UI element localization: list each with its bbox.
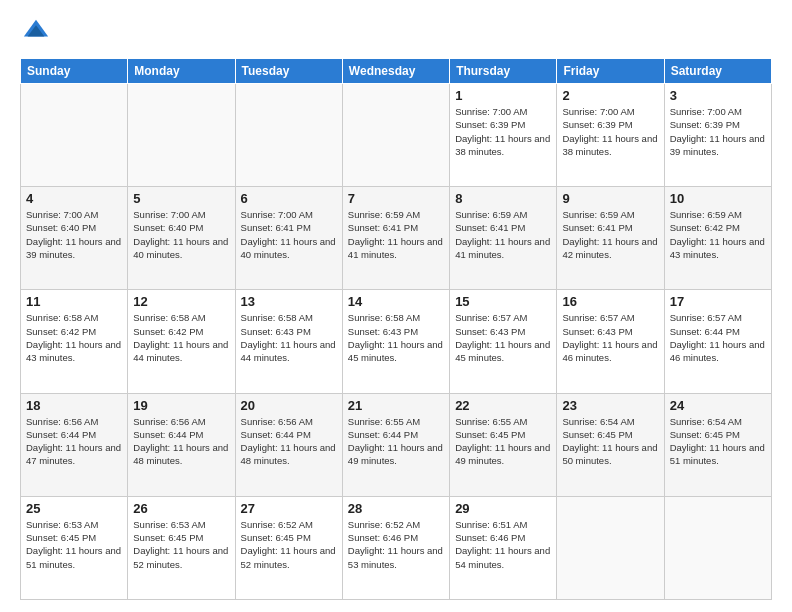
day-number: 28	[348, 501, 444, 516]
day-number: 11	[26, 294, 122, 309]
day-info: Sunrise: 6:53 AM Sunset: 6:45 PM Dayligh…	[26, 518, 122, 571]
calendar-cell: 3Sunrise: 7:00 AM Sunset: 6:39 PM Daylig…	[664, 84, 771, 187]
day-info: Sunrise: 6:55 AM Sunset: 6:45 PM Dayligh…	[455, 415, 551, 468]
day-info: Sunrise: 7:00 AM Sunset: 6:39 PM Dayligh…	[670, 105, 766, 158]
week-row-4: 18Sunrise: 6:56 AM Sunset: 6:44 PM Dayli…	[21, 393, 772, 496]
day-info: Sunrise: 6:59 AM Sunset: 6:42 PM Dayligh…	[670, 208, 766, 261]
day-info: Sunrise: 7:00 AM Sunset: 6:41 PM Dayligh…	[241, 208, 337, 261]
day-info: Sunrise: 6:52 AM Sunset: 6:45 PM Dayligh…	[241, 518, 337, 571]
day-info: Sunrise: 6:56 AM Sunset: 6:44 PM Dayligh…	[241, 415, 337, 468]
day-info: Sunrise: 6:56 AM Sunset: 6:44 PM Dayligh…	[26, 415, 122, 468]
calendar-cell: 13Sunrise: 6:58 AM Sunset: 6:43 PM Dayli…	[235, 290, 342, 393]
col-sunday: Sunday	[21, 59, 128, 84]
day-info: Sunrise: 6:53 AM Sunset: 6:45 PM Dayligh…	[133, 518, 229, 571]
calendar-cell: 26Sunrise: 6:53 AM Sunset: 6:45 PM Dayli…	[128, 496, 235, 599]
col-saturday: Saturday	[664, 59, 771, 84]
day-number: 14	[348, 294, 444, 309]
calendar-cell: 15Sunrise: 6:57 AM Sunset: 6:43 PM Dayli…	[450, 290, 557, 393]
day-info: Sunrise: 6:56 AM Sunset: 6:44 PM Dayligh…	[133, 415, 229, 468]
page: Sunday Monday Tuesday Wednesday Thursday…	[0, 0, 792, 612]
day-info: Sunrise: 6:55 AM Sunset: 6:44 PM Dayligh…	[348, 415, 444, 468]
day-number: 10	[670, 191, 766, 206]
col-friday: Friday	[557, 59, 664, 84]
calendar-cell: 8Sunrise: 6:59 AM Sunset: 6:41 PM Daylig…	[450, 187, 557, 290]
logo	[20, 16, 52, 48]
day-number: 18	[26, 398, 122, 413]
calendar-cell: 21Sunrise: 6:55 AM Sunset: 6:44 PM Dayli…	[342, 393, 449, 496]
day-number: 21	[348, 398, 444, 413]
day-number: 24	[670, 398, 766, 413]
day-number: 29	[455, 501, 551, 516]
day-number: 3	[670, 88, 766, 103]
day-info: Sunrise: 6:58 AM Sunset: 6:43 PM Dayligh…	[348, 311, 444, 364]
calendar-cell: 19Sunrise: 6:56 AM Sunset: 6:44 PM Dayli…	[128, 393, 235, 496]
day-number: 9	[562, 191, 658, 206]
day-info: Sunrise: 7:00 AM Sunset: 6:39 PM Dayligh…	[562, 105, 658, 158]
day-number: 22	[455, 398, 551, 413]
calendar-cell: 10Sunrise: 6:59 AM Sunset: 6:42 PM Dayli…	[664, 187, 771, 290]
calendar-cell: 2Sunrise: 7:00 AM Sunset: 6:39 PM Daylig…	[557, 84, 664, 187]
calendar-cell: 25Sunrise: 6:53 AM Sunset: 6:45 PM Dayli…	[21, 496, 128, 599]
day-info: Sunrise: 6:54 AM Sunset: 6:45 PM Dayligh…	[562, 415, 658, 468]
col-monday: Monday	[128, 59, 235, 84]
day-number: 5	[133, 191, 229, 206]
day-number: 16	[562, 294, 658, 309]
day-info: Sunrise: 7:00 AM Sunset: 6:39 PM Dayligh…	[455, 105, 551, 158]
calendar-cell: 27Sunrise: 6:52 AM Sunset: 6:45 PM Dayli…	[235, 496, 342, 599]
calendar-cell	[21, 84, 128, 187]
calendar-cell: 12Sunrise: 6:58 AM Sunset: 6:42 PM Dayli…	[128, 290, 235, 393]
col-tuesday: Tuesday	[235, 59, 342, 84]
header	[20, 16, 772, 48]
day-number: 15	[455, 294, 551, 309]
calendar-cell: 6Sunrise: 7:00 AM Sunset: 6:41 PM Daylig…	[235, 187, 342, 290]
day-number: 6	[241, 191, 337, 206]
day-info: Sunrise: 6:57 AM Sunset: 6:43 PM Dayligh…	[455, 311, 551, 364]
calendar-table: Sunday Monday Tuesday Wednesday Thursday…	[20, 58, 772, 600]
day-info: Sunrise: 6:52 AM Sunset: 6:46 PM Dayligh…	[348, 518, 444, 571]
calendar-cell: 14Sunrise: 6:58 AM Sunset: 6:43 PM Dayli…	[342, 290, 449, 393]
calendar-cell: 22Sunrise: 6:55 AM Sunset: 6:45 PM Dayli…	[450, 393, 557, 496]
calendar-cell: 4Sunrise: 7:00 AM Sunset: 6:40 PM Daylig…	[21, 187, 128, 290]
header-row: Sunday Monday Tuesday Wednesday Thursday…	[21, 59, 772, 84]
week-row-5: 25Sunrise: 6:53 AM Sunset: 6:45 PM Dayli…	[21, 496, 772, 599]
calendar-cell: 11Sunrise: 6:58 AM Sunset: 6:42 PM Dayli…	[21, 290, 128, 393]
day-number: 8	[455, 191, 551, 206]
calendar-cell	[235, 84, 342, 187]
calendar-cell: 1Sunrise: 7:00 AM Sunset: 6:39 PM Daylig…	[450, 84, 557, 187]
day-number: 2	[562, 88, 658, 103]
day-info: Sunrise: 7:00 AM Sunset: 6:40 PM Dayligh…	[26, 208, 122, 261]
calendar-cell: 9Sunrise: 6:59 AM Sunset: 6:41 PM Daylig…	[557, 187, 664, 290]
day-number: 1	[455, 88, 551, 103]
day-number: 19	[133, 398, 229, 413]
calendar-cell: 29Sunrise: 6:51 AM Sunset: 6:46 PM Dayli…	[450, 496, 557, 599]
calendar-cell: 28Sunrise: 6:52 AM Sunset: 6:46 PM Dayli…	[342, 496, 449, 599]
col-wednesday: Wednesday	[342, 59, 449, 84]
day-number: 23	[562, 398, 658, 413]
day-number: 26	[133, 501, 229, 516]
calendar-cell: 16Sunrise: 6:57 AM Sunset: 6:43 PM Dayli…	[557, 290, 664, 393]
calendar-cell: 17Sunrise: 6:57 AM Sunset: 6:44 PM Dayli…	[664, 290, 771, 393]
day-number: 12	[133, 294, 229, 309]
calendar-cell	[557, 496, 664, 599]
day-info: Sunrise: 6:54 AM Sunset: 6:45 PM Dayligh…	[670, 415, 766, 468]
logo-icon	[22, 16, 50, 44]
day-number: 27	[241, 501, 337, 516]
day-number: 17	[670, 294, 766, 309]
week-row-1: 1Sunrise: 7:00 AM Sunset: 6:39 PM Daylig…	[21, 84, 772, 187]
calendar-cell: 7Sunrise: 6:59 AM Sunset: 6:41 PM Daylig…	[342, 187, 449, 290]
day-info: Sunrise: 6:58 AM Sunset: 6:43 PM Dayligh…	[241, 311, 337, 364]
day-number: 7	[348, 191, 444, 206]
day-number: 4	[26, 191, 122, 206]
day-info: Sunrise: 6:59 AM Sunset: 6:41 PM Dayligh…	[455, 208, 551, 261]
day-info: Sunrise: 6:59 AM Sunset: 6:41 PM Dayligh…	[348, 208, 444, 261]
day-info: Sunrise: 6:59 AM Sunset: 6:41 PM Dayligh…	[562, 208, 658, 261]
day-info: Sunrise: 6:57 AM Sunset: 6:44 PM Dayligh…	[670, 311, 766, 364]
week-row-3: 11Sunrise: 6:58 AM Sunset: 6:42 PM Dayli…	[21, 290, 772, 393]
week-row-2: 4Sunrise: 7:00 AM Sunset: 6:40 PM Daylig…	[21, 187, 772, 290]
day-info: Sunrise: 6:51 AM Sunset: 6:46 PM Dayligh…	[455, 518, 551, 571]
day-number: 25	[26, 501, 122, 516]
calendar-cell: 18Sunrise: 6:56 AM Sunset: 6:44 PM Dayli…	[21, 393, 128, 496]
calendar-cell: 23Sunrise: 6:54 AM Sunset: 6:45 PM Dayli…	[557, 393, 664, 496]
calendar-cell	[664, 496, 771, 599]
col-thursday: Thursday	[450, 59, 557, 84]
